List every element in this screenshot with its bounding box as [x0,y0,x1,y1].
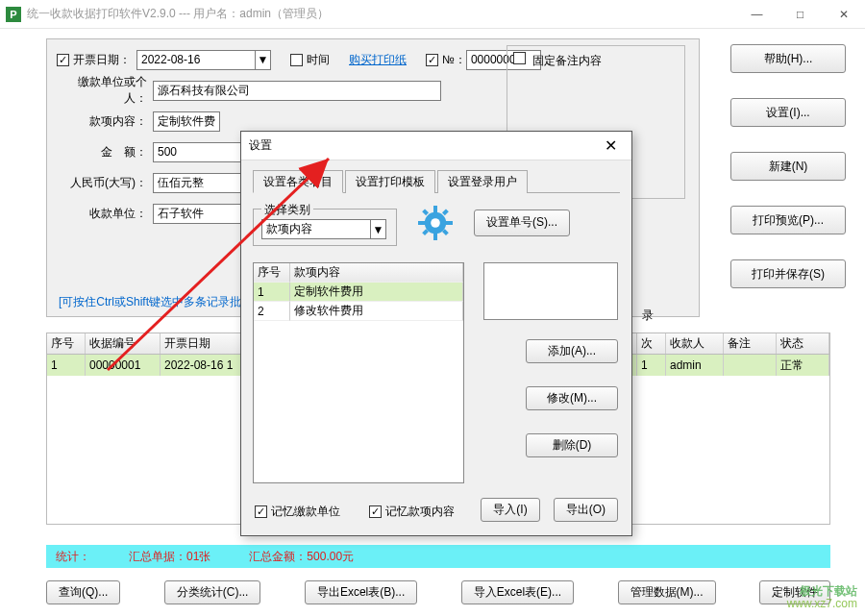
amount-cn-label: 人民币(大写)： [57,175,147,191]
minimize-button[interactable]: — [735,0,778,29]
dialog-titlebar: 设置 ✕ [241,132,631,160]
export-button[interactable]: 导出(O) [554,498,618,522]
tab-login-users[interactable]: 设置登录用户 [437,170,528,193]
svg-rect-5 [422,209,429,215]
settings-button[interactable]: 设置(I)... [730,98,846,127]
gear-icon [416,204,455,242]
amount-cn-input[interactable] [153,173,249,193]
maximize-button[interactable]: □ [778,0,822,29]
category-group: 选择类别 款项内容 ▼ [253,209,397,246]
content-input[interactable] [153,111,220,132]
category-legend: 选择类别 [261,202,313,218]
multi-select-hint: [可按住Ctrl或Shift键选中多条记录批 [59,294,241,310]
content-label: 款项内容： [57,113,147,130]
window-title: 统一收款收据打印软件V2.9.0 --- 用户名：admin（管理员） [27,6,329,22]
date-label: 开票日期： [73,52,131,68]
svg-rect-7 [442,209,449,215]
delete-button[interactable]: 删除(D) [526,433,618,457]
add-button[interactable]: 添加(A)... [526,339,618,363]
help-button[interactable]: 帮助(H)... [730,44,846,73]
set-number-button[interactable]: 设置单号(S)... [474,209,570,236]
no-checkbox[interactable] [426,54,438,66]
print-save-button[interactable]: 打印并保存(S) [730,259,846,288]
category-combo[interactable]: 款项内容 ▼ [261,219,386,239]
date-checkbox[interactable] [57,54,69,66]
remember-payer-check[interactable]: 记忆缴款单位 [255,504,340,520]
bottom-toolbar: 查询(Q)... 分类统计(C)... 导出Excel表(B)... 导入Exc… [46,580,830,604]
new-button[interactable]: 新建(N) [730,152,846,181]
edit-button[interactable]: 修改(M)... [526,386,618,410]
svg-rect-4 [446,221,453,225]
amount-label: 金 额： [57,144,147,160]
summary-amount: 汇总金额：500.00元 [249,549,354,565]
print-preview-button[interactable]: 打印预览(P)... [730,206,846,234]
watermark: 极光下载站 www.xz7.com [787,585,857,610]
payer-label: 缴款单位或个人： [57,74,147,107]
fixed-remark-checkbox[interactable] [513,52,526,64]
export-excel-button[interactable]: 导出Excel表(B)... [305,580,417,604]
time-label: 时间 [307,52,330,68]
svg-point-9 [431,218,440,228]
summary-bar: 统计： 汇总单据：01张 汇总金额：500.00元 [46,545,830,568]
settings-dialog: 设置 ✕ 设置各类名目 设置打印模板 设置登录用户 选择类别 款项内容 ▼ [240,131,632,536]
remember-content-check[interactable]: 记忆款项内容 [369,504,455,520]
time-checkbox[interactable] [290,54,303,66]
payer-input[interactable] [153,81,441,101]
svg-rect-1 [433,206,437,212]
buy-paper-link[interactable]: 购买打印纸 [349,52,407,68]
manage-data-button[interactable]: 管理数据(M)... [618,580,716,604]
close-button[interactable]: ✕ [822,0,865,29]
query-button[interactable]: 查询(Q)... [46,580,120,604]
category-table[interactable]: 序号 款项内容 1 定制软件费用 2 修改软件费用 [253,262,464,483]
no-label: №： [442,52,466,68]
summary-label: 统计： [56,549,90,565]
chevron-down-icon[interactable]: ▼ [370,220,385,238]
tab-print-template[interactable]: 设置打印模板 [345,170,435,193]
svg-rect-3 [418,221,425,225]
window-titlebar: P 统一收款收据打印软件V2.9.0 --- 用户名：admin（管理员） — … [0,0,865,29]
dialog-title: 设置 [249,137,272,154]
fixed-remark-label: 固定备注内容 [532,54,602,67]
amount-input[interactable] [153,142,249,162]
summary-bills: 汇总单据：01张 [129,549,210,565]
table-row[interactable]: 1 定制软件费用 [254,283,463,302]
app-icon: P [6,7,21,22]
stats-button[interactable]: 分类统计(C)... [164,580,261,604]
import-excel-button[interactable]: 导入Excel表(E)... [461,580,574,604]
tab-categories[interactable]: 设置各类名目 [253,170,343,193]
unit-input[interactable] [153,204,249,224]
chevron-down-icon[interactable]: ▼ [255,51,270,69]
date-combo[interactable]: 2022-08-16 ▼ [136,50,271,70]
hint-tail: 录 [642,308,654,324]
dialog-close-button[interactable]: ✕ [597,136,624,155]
import-button[interactable]: 导入(I) [481,498,539,522]
table-row[interactable]: 2 修改软件费用 [254,302,463,321]
category-note-box[interactable] [483,262,618,320]
right-button-column: 帮助(H)... 设置(I)... 新建(N) 打印预览(P)... 打印并保存… [730,44,846,288]
svg-rect-2 [433,233,437,239]
tab-bar: 设置各类名目 设置打印模板 设置登录用户 [253,170,620,193]
unit-label: 收款单位： [57,206,147,222]
